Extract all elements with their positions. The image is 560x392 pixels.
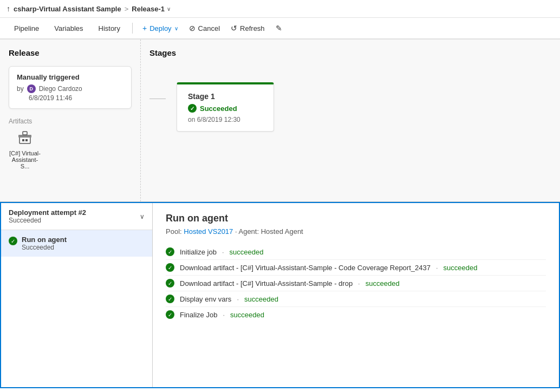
deployment-sidebar: Deployment attempt #2 Succeeded ∨ ✓ Run … [1, 203, 153, 387]
artifact-item[interactable]: [C#] Virtual-Assistant-S... [9, 129, 41, 169]
pool-agent: · Agent: Hosted Agent [235, 227, 303, 236]
release-section-title: Release [9, 48, 132, 57]
task-item[interactable]: ✓ Finalize Job · succeeded [166, 307, 546, 322]
task-success-icon: ✓ [166, 310, 174, 319]
stages-panel: Stages Stage 1 ✓ Succeeded on 6/8/2019 1… [141, 40, 560, 201]
task-item[interactable]: ✓ Download artifact - [C#] Virtual-Assis… [166, 276, 546, 291]
task-name: Download artifact - [C#] Virtual-Assista… [180, 279, 353, 288]
task-success-icon: ✓ [166, 263, 174, 272]
artifacts-label: Artifacts [9, 117, 132, 125]
task-item[interactable]: ✓ Initialize job · succeeded [166, 244, 546, 260]
deploy-chevron-icon: ∨ [174, 25, 178, 31]
detail-pool: Pool: Hosted VS2017 · Agent: Hosted Agen… [166, 227, 546, 236]
tab-variables[interactable]: Variables [47, 18, 90, 40]
pool-link[interactable]: Hosted VS2017 [184, 227, 233, 236]
edit-button[interactable]: ✎ [270, 21, 288, 36]
trigger-date: 6/8/2019 11:46 [29, 94, 123, 102]
bottom-section: Deployment attempt #2 Succeeded ∨ ✓ Run … [0, 202, 560, 388]
task-name: Finalize Job [180, 311, 217, 319]
detail-title: Run on agent [166, 213, 546, 224]
chevron-down-icon[interactable]: ∨ [167, 6, 171, 12]
task-item[interactable]: ✓ Display env vars · succeeded [166, 291, 546, 307]
task-status: succeeded [230, 311, 264, 319]
svg-rect-4 [23, 132, 27, 135]
task-name: Download artifact - [C#] Virtual-Assista… [180, 264, 431, 272]
task-success-icon: ✓ [166, 279, 174, 288]
breadcrumb-project[interactable]: csharp-Virtual Assistant Sample [14, 5, 121, 13]
task-status: succeeded [366, 279, 400, 288]
stage-status: ✓ Succeeded [188, 104, 263, 113]
pool-label: Pool: [166, 227, 182, 236]
task-status: succeeded [444, 264, 478, 272]
task-status: succeeded [230, 248, 264, 256]
svg-rect-0 [19, 137, 30, 143]
artifact-icon [17, 129, 32, 148]
trigger-by: by D Diego Cardozo [17, 84, 123, 93]
stage-card[interactable]: Stage 1 ✓ Succeeded on 6/8/2019 12:30 [177, 82, 274, 132]
task-success-icon: ✓ [166, 295, 174, 303]
task-item[interactable]: ✓ Download artifact - [C#] Virtual-Assis… [166, 260, 546, 276]
toolbar-divider [132, 23, 133, 34]
user-by-label: by [17, 85, 24, 93]
task-list: ✓ Initialize job · succeeded ✓ Download … [166, 244, 546, 322]
deployment-attempt-status: Succeeded [9, 217, 86, 224]
cancel-button[interactable]: ⊘ Cancel [184, 21, 225, 36]
up-arrow-icon: ↑ [6, 4, 10, 13]
run-item-status: Succeeded [22, 244, 67, 251]
edit-icon: ✎ [276, 24, 282, 32]
run-success-icon: ✓ [9, 237, 17, 245]
success-icon: ✓ [188, 104, 197, 113]
refresh-button[interactable]: ↺ Refresh [225, 21, 270, 36]
run-item-info: Run on agent Succeeded [22, 236, 67, 251]
task-status: succeeded [244, 295, 278, 303]
cancel-icon: ⊘ [189, 24, 196, 32]
pipeline-area: Release Manually triggered by D Diego Ca… [0, 40, 560, 202]
deployment-attempt-title: Deployment attempt #2 [9, 208, 86, 217]
stage-time: on 6/8/2019 12:30 [188, 116, 263, 123]
avatar: D [27, 84, 36, 93]
stages-section-title: Stages [149, 48, 551, 57]
stage-name: Stage 1 [188, 92, 263, 101]
refresh-icon: ↺ [231, 24, 237, 32]
tab-history[interactable]: History [91, 18, 128, 40]
run-item-title: Run on agent [22, 236, 67, 244]
deployment-attempt-header[interactable]: Deployment attempt #2 Succeeded ∨ [1, 203, 152, 230]
task-name: Initialize job [180, 248, 217, 256]
svg-rect-2 [25, 139, 28, 141]
trigger-title: Manually triggered [17, 73, 123, 81]
breadcrumb-release[interactable]: Release-1 [132, 5, 165, 13]
task-success-icon: ✓ [166, 247, 174, 256]
trigger-user: Diego Cardozo [39, 85, 82, 93]
deploy-button[interactable]: + Deploy ∨ [137, 21, 184, 36]
artifact-name: [C#] Virtual-Assistant-S... [9, 150, 41, 169]
detail-panel: Run on agent Pool: Hosted VS2017 · Agent… [153, 203, 559, 387]
plus-icon: + [142, 24, 147, 32]
trigger-card[interactable]: Manually triggered by D Diego Cardozo 6/… [9, 66, 132, 109]
run-on-agent-item[interactable]: ✓ Run on agent Succeeded [1, 230, 152, 257]
release-panel: Release Manually triggered by D Diego Ca… [0, 40, 141, 201]
toolbar: Pipeline Variables History + Deploy ∨ ⊘ … [0, 18, 560, 40]
chevron-down-icon[interactable]: ∨ [140, 213, 145, 220]
tab-pipeline[interactable]: Pipeline [6, 18, 47, 40]
svg-rect-1 [22, 139, 24, 141]
breadcrumb: ↑ csharp-Virtual Assistant Sample > Rele… [0, 0, 560, 18]
task-name: Display env vars [180, 295, 231, 303]
breadcrumb-separator: > [125, 5, 129, 13]
